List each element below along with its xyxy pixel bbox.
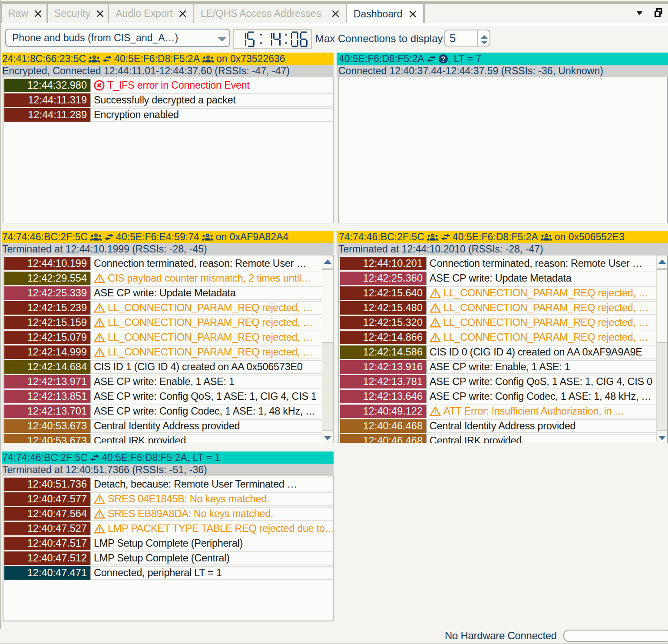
svg-text:?: ? (441, 55, 445, 63)
